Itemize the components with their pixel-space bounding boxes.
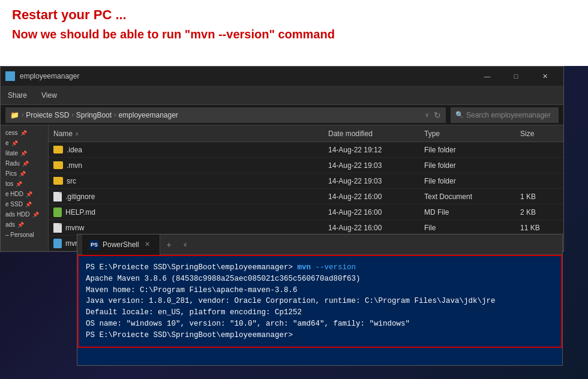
sidebar-label-8: ads HDD xyxy=(5,211,30,218)
file-icon xyxy=(53,192,62,201)
col-date-header[interactable]: Date modified xyxy=(323,130,419,138)
cmd-icon xyxy=(53,239,62,248)
sidebar-item-7[interactable]: e SSD 📌 xyxy=(1,199,48,209)
table-row[interactable]: HELP.md 14-Aug-22 16:00 MD File 2 KB xyxy=(49,204,563,220)
address-bar: 📁 › Proiecte SSD › SpringBoot › employee… xyxy=(1,105,563,125)
folder-icon xyxy=(53,146,63,154)
sidebar-item-4[interactable]: Pics 📌 xyxy=(1,169,48,179)
file-name-cell: src xyxy=(49,177,323,185)
terminal-dropdown-button[interactable]: ∨ xyxy=(178,234,193,255)
col-name-header[interactable]: Name ∧ xyxy=(49,130,323,138)
folder-icon xyxy=(53,177,63,185)
sidebar-item-8[interactable]: ads HDD 📌 xyxy=(1,209,48,219)
pin-icon-1: 📌 xyxy=(11,140,18,146)
annotation-area: Restart your PC ... Now we should be abl… xyxy=(0,0,588,66)
explorer-toolbar: Share View xyxy=(1,86,563,105)
terminal-output-line: OS name: "windows 10", version: "10.0", … xyxy=(86,318,554,330)
annotation-line2: Now we should be able to run "mvn --vers… xyxy=(12,28,576,41)
pin-icon-0: 📌 xyxy=(20,130,27,136)
breadcrumb-part-1: 📁 xyxy=(10,111,19,119)
minimize-button[interactable]: — xyxy=(473,67,501,86)
terminal-output-line: Apache Maven 3.8.6 (84538c9988a25aec0850… xyxy=(86,273,554,285)
breadcrumb-part-employeemanager: employeemanager xyxy=(118,111,178,119)
terminal-tab-label: PowerShell xyxy=(103,240,139,249)
sidebar-label-1: e xyxy=(5,140,9,146)
sidebar-item-0[interactable]: cess 📌 xyxy=(1,128,48,138)
sidebar-item-5[interactable]: tos 📌 xyxy=(1,179,48,189)
terminal-output-line: Java version: 1.8.0_281, vendor: Oracle … xyxy=(86,296,554,307)
sort-arrow-icon: ∧ xyxy=(75,131,79,137)
file-date-cell: 14-Aug-22 16:00 xyxy=(323,224,419,232)
breadcrumb-part-springboot: SpringBoot xyxy=(76,111,112,119)
sidebar-item-1[interactable]: e 📌 xyxy=(1,138,48,148)
pin-icon-7: 📌 xyxy=(25,201,32,207)
window-controls: — □ ✕ xyxy=(473,67,559,86)
sidebar-label-10: – Personal xyxy=(5,231,34,238)
sidebar-label-3: Radu xyxy=(5,160,20,167)
spring-icon xyxy=(53,207,62,217)
file-type-cell: File xyxy=(419,224,515,232)
file-date-cell: 14-Aug-22 16:00 xyxy=(323,208,419,216)
sidebar-item-10[interactable]: – Personal xyxy=(1,230,48,240)
file-name-cell: .gitignore xyxy=(49,192,323,201)
terminal-add-tab-button[interactable]: + xyxy=(160,234,178,255)
terminal-output-line: Default locale: en_US, platform encoding… xyxy=(86,307,554,318)
terminal-window: PS PowerShell ✕ + ∨ PS E:\Proiecte SSD\S… xyxy=(77,234,563,366)
table-row[interactable]: .mvn 14-Aug-22 19:03 File folder xyxy=(49,158,563,173)
col-type-header[interactable]: Type xyxy=(419,130,515,138)
maximize-button[interactable]: □ xyxy=(502,67,530,86)
file-icon xyxy=(53,223,62,233)
sidebar-label-7: e SSD xyxy=(5,201,23,207)
terminal-output-line: PS E:\Proiecte SSD\SpringBoot\employeema… xyxy=(86,330,554,341)
terminal-output-line: Maven home: C:\Program Files\apache-mave… xyxy=(86,285,554,296)
file-list: Name ∧ Date modified Type Size .idea 14-… xyxy=(49,125,563,251)
sidebar-item-9[interactable]: ads 📌 xyxy=(1,219,48,230)
terminal-mvn-args: --version xyxy=(316,263,356,272)
col-name-label: Name xyxy=(53,130,73,138)
close-button[interactable]: ✕ xyxy=(531,67,559,86)
terminal-titlebar: PS PowerShell ✕ + ∨ xyxy=(77,234,562,255)
file-size-cell: 11 KB xyxy=(515,224,563,232)
titlebar: employeemanager — □ ✕ xyxy=(1,67,563,86)
table-row[interactable]: src 14-Aug-22 19:03 File folder xyxy=(49,173,563,189)
breadcrumb-part-proiectessd: Proiecte SSD xyxy=(26,111,69,119)
file-list-header: Name ∧ Date modified Type Size xyxy=(49,125,563,142)
sidebar-label-5: tos xyxy=(5,181,13,187)
file-date-cell: 14-Aug-22 19:03 xyxy=(323,161,419,170)
refresh-icon: ↻ xyxy=(434,110,441,120)
toolbar-view[interactable]: View xyxy=(39,90,59,101)
terminal-tab[interactable]: PS PowerShell ✕ xyxy=(82,234,160,255)
col-size-header[interactable]: Size xyxy=(515,130,563,138)
file-name-cell: .mvn xyxy=(49,161,323,170)
pin-icon-6: 📌 xyxy=(26,191,32,197)
pin-icon-9: 📌 xyxy=(17,222,24,228)
titlebar-left: employeemanager xyxy=(5,71,79,81)
explorer-main: cess 📌 e 📌 litate 📌 Radu 📌 Pics 📌 tos xyxy=(1,125,563,251)
pin-icon-4: 📌 xyxy=(19,171,26,177)
file-type-cell: File folder xyxy=(419,161,515,170)
pin-icon-5: 📌 xyxy=(16,181,22,187)
sidebar-item-6[interactable]: e HDD 📌 xyxy=(1,189,48,199)
sidebar-label-4: Pics xyxy=(5,170,17,177)
file-name-cell: .idea xyxy=(49,146,323,154)
terminal-mvn-command: mvn xyxy=(298,263,311,272)
file-type-cell: MD File xyxy=(419,208,515,216)
file-date-cell: 14-Aug-22 19:12 xyxy=(323,146,419,154)
breadcrumb[interactable]: 📁 › Proiecte SSD › SpringBoot › employee… xyxy=(5,107,446,123)
terminal-command-line: PS E:\Proiecte SSD\SpringBoot\employeema… xyxy=(86,262,554,273)
sidebar-label-0: cess xyxy=(5,130,18,136)
toolbar-share[interactable]: Share xyxy=(5,90,29,101)
table-row[interactable]: .idea 14-Aug-22 19:12 File folder xyxy=(49,142,563,158)
search-placeholder: Search employeemanager xyxy=(466,111,551,119)
file-type-cell: File folder xyxy=(419,146,515,154)
file-name-cell: HELP.md xyxy=(49,207,323,217)
table-row[interactable]: .gitignore 14-Aug-22 16:00 Text Document… xyxy=(49,189,563,204)
sidebar-item-3[interactable]: Radu 📌 xyxy=(1,158,48,169)
search-box[interactable]: 🔍 Search employeemanager xyxy=(451,107,559,123)
pin-icon-3: 📌 xyxy=(22,161,29,167)
file-date-cell: 14-Aug-22 16:00 xyxy=(323,192,419,201)
explorer-icon xyxy=(5,71,15,81)
file-type-cell: Text Document xyxy=(419,192,515,201)
sidebar-item-2[interactable]: litate 📌 xyxy=(1,148,48,158)
terminal-tab-close[interactable]: ✕ xyxy=(143,240,152,249)
